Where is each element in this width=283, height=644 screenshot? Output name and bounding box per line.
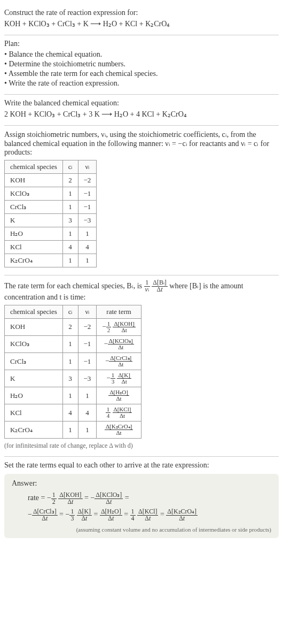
rateterm-section: The rate term for each chemical species,… xyxy=(4,275,279,457)
intro-equation: KOH + KClO₃ + CrCl₃ + K ⟶ H₂O + KCl + K₂… xyxy=(4,19,279,28)
cell-c: 2 xyxy=(62,318,78,335)
cell-species: CrCl₃ xyxy=(5,353,63,370)
cell-rate-term: 14 Δ[KCl]Δt xyxy=(97,404,142,421)
answer-label: Answer: xyxy=(12,479,271,488)
cell-v: −1 xyxy=(78,201,97,214)
table-row: KClO₃1−1−Δ[KClO₃]Δt xyxy=(5,335,142,352)
cell-v: −3 xyxy=(78,370,97,387)
final-section: Set the rate terms equal to each other t… xyxy=(4,457,279,547)
table-row: H₂O11 xyxy=(5,227,97,241)
rateterm-table: chemical species cᵢ νᵢ rate term KOH2−2−… xyxy=(4,305,142,439)
table-row: KOH2−2 xyxy=(5,174,97,187)
table-row: CrCl₃1−1 xyxy=(5,201,97,214)
cell-v: −3 xyxy=(78,214,97,227)
plan-heading: Plan: xyxy=(4,40,279,48)
col-rate: rate term xyxy=(97,305,142,318)
cell-species: K₂CrO₄ xyxy=(5,421,63,439)
balanced-heading: Write the balanced chemical equation: xyxy=(4,99,279,108)
plan-item: Write the rate of reaction expression. xyxy=(4,79,279,88)
table-row: KOH2−2−12 Δ[KOH]Δt xyxy=(5,318,142,335)
cell-rate-term: Δ[H₂O]Δt xyxy=(97,387,142,404)
table-row: H₂O11Δ[H₂O]Δt xyxy=(5,387,142,404)
col-species: chemical species xyxy=(5,305,63,318)
col-v: νᵢ xyxy=(78,160,97,174)
cell-v: −1 xyxy=(78,353,97,370)
cell-species: KOH xyxy=(5,174,63,187)
cell-v: 4 xyxy=(78,404,97,421)
cell-species: K xyxy=(5,370,63,387)
cell-rate-term: −13 Δ[K]Δt xyxy=(97,370,142,387)
table-row: K3−3−13 Δ[K]Δt xyxy=(5,370,142,387)
table-row: KCl44 xyxy=(5,241,97,254)
intro-prompt: Construct the rate of reaction expressio… xyxy=(4,9,279,17)
rateterm-intro: The rate term for each chemical species,… xyxy=(4,280,279,302)
cell-v: −2 xyxy=(78,318,97,335)
table-row: K₂CrO₄11 xyxy=(5,254,97,267)
stoich-intro: Assign stoichiometric numbers, νᵢ, using… xyxy=(4,130,279,157)
col-c: cᵢ xyxy=(62,160,78,174)
rateterm-note: (for infinitesimal rate of change, repla… xyxy=(4,442,279,450)
answer-math: rate = −12 Δ[KOH]Δt = −Δ[KClO₃]Δt = −Δ[C… xyxy=(12,490,271,523)
cell-rate-term: −Δ[KClO₃]Δt xyxy=(97,335,142,352)
cell-species: KClO₃ xyxy=(5,335,63,352)
plan-item: Assemble the rate term for each chemical… xyxy=(4,70,279,78)
cell-c: 2 xyxy=(62,174,78,187)
cell-c: 1 xyxy=(62,335,78,352)
cell-species: CrCl₃ xyxy=(5,201,63,214)
answer-box: Answer: rate = −12 Δ[KOH]Δt = −Δ[KClO₃]Δ… xyxy=(4,474,279,538)
cell-species: K₂CrO₄ xyxy=(5,254,63,267)
cell-species: K xyxy=(5,214,63,227)
balanced-section: Write the balanced chemical equation: 2 … xyxy=(4,95,279,126)
cell-rate-term: −12 Δ[KOH]Δt xyxy=(97,318,142,335)
cell-c: 1 xyxy=(62,187,78,201)
cell-c: 4 xyxy=(62,404,78,421)
table-header-row: chemical species cᵢ νᵢ rate term xyxy=(5,305,142,318)
plan-list: Balance the chemical equation. Determine… xyxy=(4,50,279,88)
cell-v: 4 xyxy=(78,241,97,254)
cell-c: 3 xyxy=(62,214,78,227)
stoich-section: Assign stoichiometric numbers, νᵢ, using… xyxy=(4,126,279,275)
cell-v: 1 xyxy=(78,421,97,439)
cell-v: −2 xyxy=(78,174,97,187)
cell-c: 4 xyxy=(62,241,78,254)
intro-frac1: 1νᵢ xyxy=(144,280,150,293)
cell-c: 1 xyxy=(62,353,78,370)
cell-c: 1 xyxy=(62,201,78,214)
rateterm-intro-pre: The rate term for each chemical species,… xyxy=(4,282,144,290)
cell-v: −1 xyxy=(78,335,97,352)
plan-item: Balance the chemical equation. xyxy=(4,50,279,59)
table-row: K₂CrO₄11Δ[K₂CrO₄]Δt xyxy=(5,421,142,439)
intro-frac2: Δ[Bᵢ]Δt xyxy=(152,280,168,293)
stoich-table: chemical species cᵢ νᵢ KOH2−2 KClO₃1−1 C… xyxy=(4,160,97,267)
cell-species: KClO₃ xyxy=(5,187,63,201)
cell-c: 1 xyxy=(62,387,78,404)
table-header-row: chemical species cᵢ νᵢ xyxy=(5,160,97,174)
cell-rate-term: −Δ[CrCl₃]Δt xyxy=(97,353,142,370)
cell-species: KOH xyxy=(5,318,63,335)
cell-c: 1 xyxy=(62,421,78,439)
table-row: K3−3 xyxy=(5,214,97,227)
final-heading: Set the rate terms equal to each other t… xyxy=(4,461,279,470)
plan-section: Plan: Balance the chemical equation. Det… xyxy=(4,35,279,95)
col-species: chemical species xyxy=(5,160,63,174)
balanced-equation: 2 KOH + KClO₃ + CrCl₃ + 3 K ⟶ H₂O + 4 KC… xyxy=(4,110,279,119)
cell-rate-term: Δ[K₂CrO₄]Δt xyxy=(97,421,142,439)
cell-v: −1 xyxy=(78,187,97,201)
table-row: KCl4414 Δ[KCl]Δt xyxy=(5,404,142,421)
cell-c: 1 xyxy=(62,254,78,267)
cell-v: 1 xyxy=(78,227,97,241)
col-c: cᵢ xyxy=(62,305,78,318)
cell-species: H₂O xyxy=(5,227,63,241)
intro-section: Construct the rate of reaction expressio… xyxy=(4,4,279,35)
table-row: CrCl₃1−1−Δ[CrCl₃]Δt xyxy=(5,353,142,370)
plan-item: Determine the stoichiometric numbers. xyxy=(4,60,279,68)
answer-note: (assuming constant volume and no accumul… xyxy=(12,526,271,533)
cell-v: 1 xyxy=(78,254,97,267)
cell-c: 1 xyxy=(62,227,78,241)
col-v: νᵢ xyxy=(78,305,97,318)
table-row: KClO₃1−1 xyxy=(5,187,97,201)
cell-species: KCl xyxy=(5,241,63,254)
cell-c: 3 xyxy=(62,370,78,387)
cell-v: 1 xyxy=(78,387,97,404)
cell-species: KCl xyxy=(5,404,63,421)
